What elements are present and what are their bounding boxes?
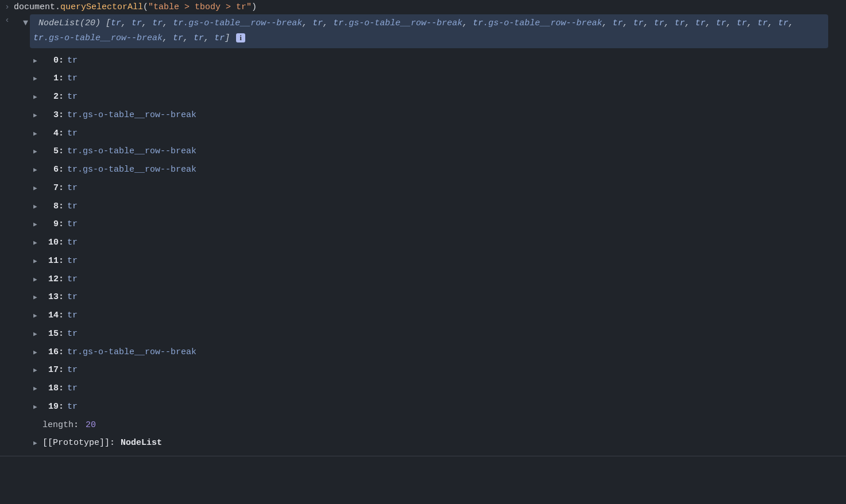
list-item[interactable]: ▶3:tr.gs-o-table__row--break: [33, 106, 841, 125]
summary-element[interactable]: tr: [111, 18, 121, 28]
result-summary[interactable]: ▼ NodeList(20) [tr, tr, tr, tr.gs-o-tabl…: [30, 14, 828, 48]
summary-class[interactable]: .gs-o-table__row--break: [483, 18, 602, 28]
list-item[interactable]: ▶15:tr: [33, 325, 841, 343]
summary-element[interactable]: tr: [612, 18, 623, 28]
list-item[interactable]: ▶7:tr: [33, 179, 841, 197]
entry-element[interactable]: tr: [67, 162, 78, 178]
chevron-right-icon[interactable]: ▶: [33, 127, 43, 139]
entry-index: 15: [43, 326, 59, 342]
entry-class[interactable]: .gs-o-table__row--break: [78, 144, 196, 160]
list-item[interactable]: ▶16:tr.gs-o-table__row--break: [33, 343, 841, 362]
entry-element[interactable]: tr: [67, 381, 78, 397]
list-item[interactable]: ▶4:tr: [33, 125, 841, 143]
entry-class[interactable]: .gs-o-table__row--break: [78, 107, 196, 123]
summary-element[interactable]: tr: [633, 18, 643, 28]
chevron-right-icon[interactable]: ▶: [33, 91, 43, 103]
summary-element[interactable]: tr: [152, 18, 163, 28]
entry-element[interactable]: tr: [67, 199, 78, 215]
console-input-code[interactable]: document.querySelectorAll("table > tbody…: [14, 2, 257, 12]
chevron-right-icon[interactable]: ▶: [33, 72, 43, 84]
list-item[interactable]: ▶9:tr: [33, 215, 841, 234]
chevron-right-icon[interactable]: ▶: [33, 200, 43, 212]
chevron-right-icon[interactable]: ▶: [33, 364, 43, 376]
list-item[interactable]: ▶0:tr: [33, 52, 841, 70]
summary-element[interactable]: tr: [194, 33, 204, 43]
entry-element[interactable]: tr: [67, 362, 78, 378]
entry-element[interactable]: tr: [67, 326, 78, 342]
entry-class[interactable]: .gs-o-table__row--break: [78, 162, 196, 178]
expand-toggle-icon[interactable]: ▼: [23, 16, 31, 31]
list-item[interactable]: ▶13:tr: [33, 288, 841, 307]
entry-element[interactable]: tr: [67, 89, 78, 105]
entry-element[interactable]: tr: [67, 180, 78, 196]
entry-index: 2: [43, 89, 59, 105]
chevron-right-icon[interactable]: ▶: [33, 182, 43, 194]
summary-element[interactable]: tr: [173, 18, 183, 28]
chevron-right-icon[interactable]: ▶: [33, 218, 43, 230]
entry-element[interactable]: tr: [67, 126, 78, 142]
comma: ,: [602, 18, 612, 28]
list-item[interactable]: ▶14:tr: [33, 307, 841, 325]
list-item[interactable]: ▶12:tr: [33, 270, 841, 289]
list-item[interactable]: ▶17:tr: [33, 361, 841, 379]
entry-element[interactable]: tr: [67, 308, 78, 324]
summary-element[interactable]: tr: [312, 18, 323, 28]
list-item[interactable]: ▶2:tr: [33, 88, 841, 106]
prototype-row[interactable]: ▶[[Prototype]]:NodeList: [33, 434, 841, 452]
summary-class[interactable]: .gs-o-table__row--break: [183, 18, 302, 28]
entry-element[interactable]: tr: [67, 253, 78, 269]
summary-element[interactable]: tr: [696, 18, 706, 28]
comma: ,: [163, 18, 173, 28]
chevron-right-icon[interactable]: ▶: [33, 273, 43, 285]
list-item[interactable]: ▶6:tr.gs-o-table__row--break: [33, 161, 841, 179]
summary-element[interactable]: tr: [473, 18, 483, 28]
chevron-right-icon[interactable]: ▶: [33, 109, 43, 121]
chevron-right-icon[interactable]: ▶: [33, 309, 43, 321]
chevron-right-icon[interactable]: ▶: [33, 346, 43, 358]
entry-element[interactable]: tr: [67, 289, 78, 305]
list-item[interactable]: ▶1:tr: [33, 69, 841, 88]
summary-element[interactable]: tr: [214, 33, 225, 43]
summary-element[interactable]: tr: [675, 18, 685, 28]
chevron-right-icon[interactable]: ▶: [33, 55, 43, 67]
summary-element[interactable]: tr: [33, 33, 44, 43]
chevron-right-icon[interactable]: ▶: [33, 164, 43, 176]
info-badge-icon[interactable]: i: [236, 33, 245, 42]
list-item[interactable]: ▶5:tr.gs-o-table__row--break: [33, 142, 841, 161]
entry-element[interactable]: tr: [67, 344, 78, 360]
chevron-right-icon[interactable]: ▶: [33, 145, 43, 157]
summary-element[interactable]: tr: [173, 33, 183, 43]
entry-index: 17: [43, 362, 59, 378]
entry-element[interactable]: tr: [67, 216, 78, 232]
summary-element[interactable]: tr: [737, 18, 747, 28]
list-item[interactable]: ▶10:tr: [33, 234, 841, 252]
entry-element[interactable]: tr: [67, 71, 78, 87]
chevron-right-icon[interactable]: ▶: [33, 255, 43, 267]
summary-element[interactable]: tr: [333, 18, 343, 28]
summary-class[interactable]: .gs-o-table__row--break: [44, 33, 163, 43]
entry-element[interactable]: tr: [67, 399, 78, 415]
list-item[interactable]: ▶11:tr: [33, 252, 841, 270]
entry-element[interactable]: tr: [67, 235, 78, 251]
list-item[interactable]: ▶19:tr: [33, 398, 841, 416]
summary-element[interactable]: tr: [654, 18, 664, 28]
entry-element[interactable]: tr: [67, 272, 78, 288]
chevron-right-icon[interactable]: ▶: [33, 401, 43, 413]
chevron-right-icon[interactable]: ▶: [33, 291, 43, 303]
chevron-right-icon[interactable]: ▶: [33, 237, 43, 249]
entry-element[interactable]: tr: [67, 107, 78, 123]
entry-element[interactable]: tr: [67, 144, 78, 160]
entry-class[interactable]: .gs-o-table__row--break: [78, 344, 196, 360]
summary-element[interactable]: tr: [716, 18, 727, 28]
summary-element[interactable]: tr: [778, 18, 789, 28]
list-item[interactable]: ▶18:tr: [33, 379, 841, 398]
summary-element[interactable]: tr: [132, 18, 142, 28]
summary-class[interactable]: .gs-o-table__row--break: [343, 18, 462, 28]
chevron-right-icon[interactable]: ▶: [33, 437, 43, 449]
summary-element[interactable]: tr: [758, 18, 768, 28]
entry-index: 18: [43, 381, 59, 397]
entry-element[interactable]: tr: [67, 53, 78, 69]
chevron-right-icon[interactable]: ▶: [33, 382, 43, 394]
list-item[interactable]: ▶8:tr: [33, 197, 841, 216]
chevron-right-icon[interactable]: ▶: [33, 328, 43, 340]
